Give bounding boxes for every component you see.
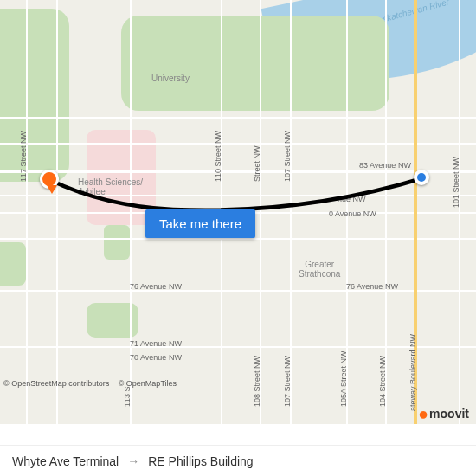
neighborhood-label: Health Sciences/ Jubilee (78, 177, 143, 196)
street-label: 107 Street NW (283, 356, 292, 407)
road (0, 117, 476, 119)
take-me-there-button[interactable]: Take me there (145, 209, 255, 238)
neighborhood-label: Greater Strathcona (299, 260, 340, 279)
street-label: 70 Avenue NW (130, 353, 182, 362)
street-label: 71 Avenue NW (130, 339, 182, 348)
road (26, 0, 28, 424)
destination-label: RE Phillips Building (148, 454, 253, 468)
neighborhood-label: University (151, 74, 190, 83)
road (0, 143, 476, 145)
map-attribution: © OpenStreetMap contributors © OpenMapTi… (3, 379, 183, 388)
road (0, 238, 476, 240)
street-label: 117 Street NW (19, 131, 28, 182)
road (459, 0, 460, 424)
street-label: 105A Street NW (339, 351, 348, 407)
origin-pin[interactable] (414, 170, 429, 185)
street-label: Street NW (253, 145, 261, 182)
park-area (121, 16, 389, 111)
route-footer: Whyte Ave Terminal → RE Phillips Buildin… (0, 445, 476, 476)
arrow-right-icon: → (127, 454, 139, 468)
attrib-tiles: © OpenMapTiles (119, 379, 177, 388)
street-label: 108 Street NW (253, 356, 261, 407)
street-label: nue NW (338, 195, 366, 203)
road (0, 170, 476, 173)
street-label: 76 Avenue NW (346, 282, 398, 291)
road (0, 346, 476, 348)
origin-label: Whyte Ave Terminal (12, 454, 119, 468)
street-label: 107 Street NW (283, 131, 292, 182)
street-label: 113 S (123, 386, 132, 407)
destination-pin[interactable] (40, 170, 59, 189)
road (0, 290, 476, 292)
park-area (104, 225, 130, 260)
street-label: ateway Boulevard NW (408, 334, 417, 411)
street-label: 76 Avenue NW (130, 282, 182, 291)
street-label: 101 Street NW (452, 157, 460, 208)
road (56, 0, 58, 424)
attrib-osm: © OpenStreetMap contributors (3, 379, 109, 388)
street-label: 0 Avenue NW (329, 209, 376, 218)
street-label: 104 Street NW (378, 356, 387, 407)
street-label: 110 Street NW (214, 131, 222, 182)
moovit-logo: ●moovit (418, 407, 469, 421)
road (0, 195, 476, 196)
map[interactable]: Saskatchewan River 117 Street NW 113 S 1… (0, 0, 476, 424)
street-label: 83 Avenue NW (359, 161, 411, 170)
park-area (0, 9, 69, 182)
park-area (0, 242, 26, 286)
